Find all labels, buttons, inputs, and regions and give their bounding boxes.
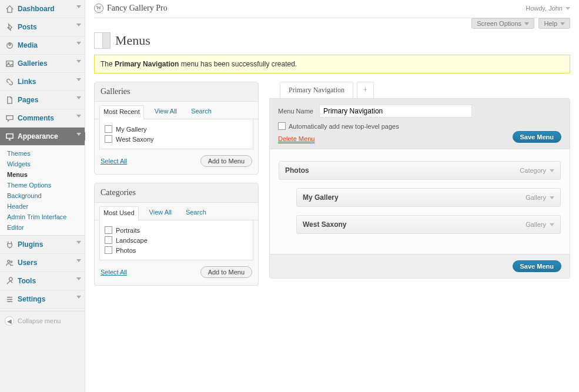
item-checkbox[interactable]	[105, 125, 112, 133]
media-icon	[5, 41, 14, 50]
chevron-down-icon	[76, 133, 81, 136]
galleries-add-to-menu-button[interactable]: Add to Menu	[200, 155, 252, 167]
categories-select-all-link[interactable]: Select All	[101, 269, 127, 276]
chevron-down-icon	[76, 78, 81, 81]
menu-structure-item[interactable]: West SaxonyGallery	[296, 215, 561, 234]
categories-tabs: Most UsedView AllSearch	[95, 203, 258, 220]
menu-name-input[interactable]	[319, 105, 472, 118]
sidebar-item-label: Settings	[18, 295, 45, 303]
help-button[interactable]: Help	[538, 18, 570, 29]
sidebar-item-comments[interactable]: Comments	[0, 109, 85, 128]
sidebar-item-links[interactable]: Links	[0, 73, 85, 91]
chevron-down-icon	[550, 223, 554, 226]
item-checkbox[interactable]	[105, 135, 112, 143]
menu-item-title: My Gallery	[303, 193, 339, 202]
submenu-item-menus[interactable]: Menus	[0, 169, 85, 180]
sidebar-item-tools[interactable]: Tools	[0, 272, 85, 290]
chevron-down-icon	[76, 241, 81, 244]
list-item[interactable]: Landscape	[105, 235, 248, 245]
users-icon	[5, 258, 14, 267]
item-checkbox[interactable]	[105, 226, 112, 234]
menu-structure-item[interactable]: My GalleryGallery	[296, 188, 561, 207]
svg-rect-1	[6, 61, 12, 66]
pin-icon	[5, 22, 14, 32]
sidebar-item-dashboard[interactable]: Dashboard	[0, 0, 85, 18]
categories-add-to-menu-button[interactable]: Add to Menu	[200, 266, 252, 278]
submenu-item-editor[interactable]: Editor	[0, 222, 85, 233]
galleries-tabs: Most RecentView AllSearch	[95, 102, 258, 119]
home-icon	[5, 4, 14, 14]
tools-icon	[5, 276, 14, 286]
menu-name-label: Menu Name	[278, 108, 313, 115]
settings-icon	[5, 294, 14, 304]
item-checkbox[interactable]	[105, 246, 112, 254]
page-icon	[5, 95, 14, 105]
menu-tab-primary[interactable]: Primary Navigation	[280, 82, 353, 98]
chevron-down-icon	[76, 24, 81, 26]
chevron-down-icon	[550, 196, 554, 199]
chevron-down-icon	[524, 22, 529, 25]
gallery-icon	[5, 59, 14, 68]
screen-options-button[interactable]: Screen Options	[471, 18, 534, 29]
page-title: Menus	[115, 33, 150, 48]
submenu-item-background[interactable]: Background	[0, 190, 85, 201]
chevron-down-icon	[76, 60, 81, 63]
submenu-item-admin-trim-interface[interactable]: Admin Trim Interface	[0, 212, 85, 222]
tab-view-all[interactable]: View All	[151, 105, 180, 119]
sidebar-item-media[interactable]: Media	[0, 36, 85, 55]
sidebar-item-label: Dashboard	[18, 5, 55, 13]
sidebar-item-plugins[interactable]: Plugins	[0, 236, 85, 254]
list-item[interactable]: Portraits	[105, 225, 248, 235]
auto-add-pages-checkbox[interactable]	[278, 122, 286, 130]
chevron-down-icon	[76, 115, 81, 118]
collapse-icon: ◀	[5, 316, 14, 326]
sidebar-item-users[interactable]: Users	[0, 254, 85, 272]
tab-most-used[interactable]: Most Used	[99, 206, 139, 220]
tab-search[interactable]: Search	[188, 105, 215, 119]
sidebar-item-galleries[interactable]: Galleries	[0, 55, 85, 73]
sidebar-item-pages[interactable]: Pages	[0, 91, 85, 109]
auto-add-pages-label: Automatically add new top-level pages	[289, 123, 399, 130]
collapse-label: Collapse menu	[18, 317, 61, 324]
menu-item-type: Gallery	[526, 221, 554, 228]
menu-item-title: West Saxony	[303, 220, 346, 229]
sidebar-item-appearance[interactable]: Appearance	[0, 128, 85, 146]
menus-page-icon	[94, 32, 111, 49]
chevron-down-icon	[560, 22, 565, 25]
howdy-user-menu[interactable]: Howdy, John	[526, 5, 570, 12]
sidebar-item-label: Plugins	[18, 240, 43, 249]
sidebar-item-label: Pages	[18, 96, 38, 104]
list-item[interactable]: My Gallery	[105, 124, 248, 134]
submenu-item-theme-options[interactable]: Theme Options	[0, 180, 85, 190]
list-item[interactable]: West Saxony	[105, 134, 248, 144]
tab-view-all[interactable]: View All	[146, 206, 175, 220]
chevron-down-icon	[76, 96, 81, 99]
save-menu-button-top[interactable]: Save Menu	[513, 131, 561, 143]
sidebar-item-label: Comments	[18, 114, 54, 122]
sidebar-item-settings[interactable]: Settings	[0, 290, 85, 309]
delete-menu-link[interactable]: Delete Menu	[278, 135, 314, 143]
sidebar-item-label: Media	[18, 41, 38, 49]
admin-sidebar: DashboardPostsMediaGalleriesLinksPagesCo…	[0, 0, 85, 392]
galleries-select-all-link[interactable]: Select All	[101, 158, 127, 165]
tab-search[interactable]: Search	[182, 206, 210, 220]
menu-structure-item[interactable]: PhotosCategory	[279, 161, 561, 180]
chevron-down-icon	[76, 259, 81, 262]
site-title[interactable]: Fancy Gallery Pro	[94, 4, 168, 13]
submenu-item-header[interactable]: Header	[0, 201, 85, 212]
submenu-item-themes[interactable]: Themes	[0, 148, 85, 159]
save-menu-button-bottom[interactable]: Save Menu	[513, 260, 561, 272]
submenu-item-widgets[interactable]: Widgets	[0, 159, 85, 169]
success-notice: The Primary Navigation menu has been suc…	[94, 55, 570, 73]
plugin-icon	[5, 240, 14, 249]
menu-item-type: Category	[520, 167, 554, 174]
link-icon	[5, 77, 14, 86]
collapse-menu-button[interactable]: ◀ Collapse menu	[0, 311, 85, 330]
appearance-icon	[5, 132, 14, 141]
sidebar-item-posts[interactable]: Posts	[0, 18, 85, 36]
list-item[interactable]: Photos	[105, 245, 248, 255]
menu-tab-add[interactable]: +	[357, 82, 374, 98]
tab-most-recent[interactable]: Most Recent	[99, 105, 144, 119]
chevron-down-icon	[76, 296, 81, 299]
item-checkbox[interactable]	[105, 236, 112, 244]
